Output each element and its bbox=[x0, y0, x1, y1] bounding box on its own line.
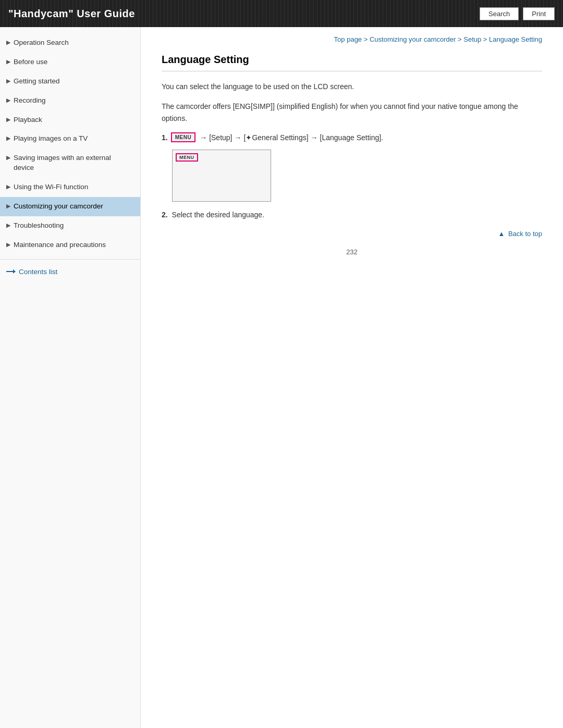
main-content: Top page > Customizing your camcorder > … bbox=[141, 27, 563, 728]
site-title: "Handycam" User Guide bbox=[8, 8, 135, 20]
sidebar-item-recording[interactable]: ▶ Recording bbox=[0, 91, 140, 110]
page-number: 232 bbox=[162, 248, 542, 256]
arrow-3: → bbox=[311, 133, 318, 142]
breadcrumb-sep1: > bbox=[364, 35, 370, 43]
chevron-right-icon: ▶ bbox=[6, 154, 10, 161]
sidebar-label: Playing images on a TV bbox=[14, 134, 88, 144]
breadcrumb-sep3: > bbox=[483, 35, 489, 43]
sidebar-label: Getting started bbox=[14, 77, 60, 87]
sidebar-label: Using the Wi-Fi function bbox=[14, 182, 88, 192]
body-text-2: The camcorder offers [ENG[SIMP]] (simpli… bbox=[162, 101, 542, 124]
chevron-right-icon: ▶ bbox=[6, 39, 10, 46]
chevron-right-icon: ▶ bbox=[6, 135, 10, 142]
sidebar-label: Operation Search bbox=[14, 38, 69, 48]
body-text-1: You can select the language to be used o… bbox=[162, 81, 542, 92]
arrow-right-icon bbox=[6, 269, 16, 274]
breadcrumb-top[interactable]: Top page bbox=[334, 35, 362, 43]
back-to-top: ▲ Back to top bbox=[162, 229, 542, 238]
sidebar: ▶ Operation Search ▶ Before use ▶ Gettin… bbox=[0, 27, 141, 728]
sidebar-footer: Contents list bbox=[0, 259, 140, 284]
general-settings-item: [✦General Settings] bbox=[244, 133, 309, 142]
chevron-right-icon: ▶ bbox=[6, 241, 10, 248]
triangle-up-icon: ▲ bbox=[498, 230, 505, 238]
setup-item: [Setup] bbox=[209, 133, 232, 142]
sidebar-item-playing-images[interactable]: ▶ Playing images on a TV bbox=[0, 129, 140, 149]
print-button[interactable]: Print bbox=[523, 7, 555, 20]
chevron-right-icon: ▶ bbox=[6, 203, 10, 209]
sidebar-label: Saving images with an external device bbox=[14, 153, 132, 173]
step-1-instruction: 1. MENU → [Setup] → [✦General Settings] … bbox=[162, 132, 542, 142]
sidebar-item-troubleshooting[interactable]: ▶ Troubleshooting bbox=[0, 216, 140, 236]
chevron-right-icon: ▶ bbox=[6, 78, 10, 84]
chevron-right-icon: ▶ bbox=[6, 116, 10, 123]
sidebar-label: Recording bbox=[14, 96, 46, 106]
screenshot-box: MENU bbox=[172, 150, 271, 202]
step-2-number: 2. bbox=[162, 211, 168, 219]
menu-button-image: MENU bbox=[171, 132, 195, 142]
sidebar-item-maintenance[interactable]: ▶ Maintenance and precautions bbox=[0, 236, 140, 255]
main-layout: ▶ Operation Search ▶ Before use ▶ Gettin… bbox=[0, 27, 563, 728]
header: "Handycam" User Guide Search Print bbox=[0, 0, 563, 27]
step-1: 1. MENU → [Setup] → [✦General Settings] … bbox=[162, 132, 542, 202]
breadcrumb-customizing[interactable]: Customizing your camcorder bbox=[370, 35, 456, 43]
sidebar-item-operation-search[interactable]: ▶ Operation Search bbox=[0, 33, 140, 53]
breadcrumb-sep2: > bbox=[458, 35, 463, 43]
step-2-text: Select the desired language. bbox=[172, 211, 264, 219]
arrow-2: → bbox=[235, 133, 242, 142]
breadcrumb-setup[interactable]: Setup bbox=[463, 35, 481, 43]
header-actions: Search Print bbox=[480, 7, 555, 20]
step-1-number: 1. bbox=[162, 133, 168, 142]
arrow-1: → bbox=[200, 133, 207, 142]
breadcrumb: Top page > Customizing your camcorder > … bbox=[162, 35, 542, 43]
chevron-right-icon: ▶ bbox=[6, 97, 10, 104]
back-to-top-label: Back to top bbox=[508, 230, 542, 238]
chevron-right-icon: ▶ bbox=[6, 58, 10, 65]
sidebar-item-customizing[interactable]: ▶ Customizing your camcorder bbox=[0, 197, 140, 216]
search-button[interactable]: Search bbox=[480, 7, 519, 20]
step-2: 2. Select the desired language. bbox=[162, 209, 542, 220]
breadcrumb-current: Language Setting bbox=[489, 35, 542, 43]
contents-list-label: Contents list bbox=[19, 268, 57, 276]
language-setting-item: [Language Setting]. bbox=[320, 133, 383, 142]
sidebar-label: Maintenance and precautions bbox=[14, 240, 106, 250]
sidebar-item-wifi[interactable]: ▶ Using the Wi-Fi function bbox=[0, 178, 140, 197]
chevron-right-icon: ▶ bbox=[6, 183, 10, 190]
sidebar-item-getting-started[interactable]: ▶ Getting started bbox=[0, 72, 140, 91]
page-title: Language Setting bbox=[162, 54, 542, 71]
sidebar-item-playback[interactable]: ▶ Playback bbox=[0, 110, 140, 130]
sidebar-label: Before use bbox=[14, 57, 47, 67]
sidebar-item-before-use[interactable]: ▶ Before use bbox=[0, 53, 140, 72]
sidebar-label: Customizing your camcorder bbox=[14, 202, 103, 212]
back-to-top-link[interactable]: ▲ Back to top bbox=[498, 230, 542, 238]
sidebar-label: Playback bbox=[14, 115, 42, 125]
screenshot-menu-btn: MENU bbox=[176, 153, 198, 162]
contents-list-link[interactable]: Contents list bbox=[6, 268, 134, 276]
sidebar-item-saving-images[interactable]: ▶ Saving images with an external device bbox=[0, 149, 140, 178]
chevron-right-icon: ▶ bbox=[6, 222, 10, 229]
sidebar-label: Troubleshooting bbox=[14, 221, 64, 231]
